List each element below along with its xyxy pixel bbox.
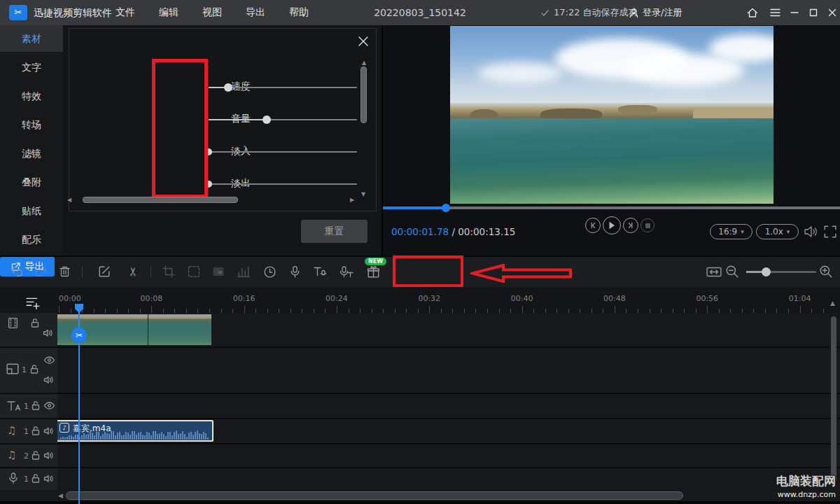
- mosaic-button[interactable]: [235, 263, 252, 280]
- login-button[interactable]: 登录/注册: [629, 0, 682, 25]
- timeline-horizontal-scrollbar[interactable]: [66, 491, 683, 500]
- activity-button[interactable]: [365, 263, 382, 280]
- menu-item-1[interactable]: 编辑: [147, 6, 190, 19]
- scrollbar-thumb[interactable]: [83, 197, 238, 203]
- redo-button[interactable]: [32, 263, 49, 280]
- panel-close-button[interactable]: [357, 35, 370, 48]
- menu-item-3[interactable]: 导出: [234, 6, 277, 19]
- timeline-scroll-up-arrow[interactable]: ▲: [830, 300, 835, 307]
- slider-track[interactable]: [209, 119, 357, 120]
- sidebar-item-1[interactable]: 文字: [0, 54, 63, 80]
- minimize-button[interactable]: [784, 0, 805, 25]
- gift-icon: [367, 265, 380, 279]
- panel-horizontal-scrollbar[interactable]: ◀ ▶: [73, 195, 357, 204]
- track-row-music-1[interactable]: ♪ 嘉宾.m4a ♫ 1: [0, 419, 840, 443]
- track-row-text[interactable]: 1: [0, 394, 840, 418]
- speed-dropdown[interactable]: 1.0x▾: [756, 224, 799, 239]
- timeline-zoom-slider[interactable]: [746, 271, 816, 273]
- slider-track[interactable]: [209, 87, 357, 88]
- prev-frame-button[interactable]: [585, 218, 601, 233]
- menu-item-0[interactable]: 文件: [104, 6, 147, 19]
- track-row-record[interactable]: 1: [0, 468, 840, 490]
- watermark: 电脑装配网 www.dnzp.com: [776, 473, 836, 499]
- main-menu-button[interactable]: [764, 0, 785, 25]
- split-button[interactable]: ✂: [125, 263, 141, 280]
- ruler-label: 00:16: [233, 294, 255, 303]
- track-row-music-2[interactable]: ♫ 2: [0, 444, 840, 467]
- ruler-label: 00:00: [59, 294, 81, 303]
- aspect-ratio-dropdown[interactable]: 16:9▾: [710, 224, 752, 239]
- waveform-bar: [167, 432, 169, 440]
- slider-track[interactable]: [209, 151, 357, 153]
- canvas-button[interactable]: [186, 263, 202, 280]
- waveform-bar: [163, 434, 164, 440]
- watermark-line1: 电脑装配网: [776, 473, 836, 489]
- next-frame-button[interactable]: [623, 218, 638, 233]
- scroll-down-arrow[interactable]: ▼: [361, 191, 365, 198]
- text-to-speech-button[interactable]: [312, 263, 328, 280]
- record-voice-button[interactable]: [286, 263, 303, 280]
- progress-handle[interactable]: [442, 204, 450, 212]
- prev-frame-icon: [589, 222, 596, 229]
- waveform-bar: [178, 434, 179, 440]
- waveform-bar: [165, 436, 167, 440]
- scroll-right-arrow[interactable]: ▶: [350, 197, 354, 204]
- panel-vertical-scrollbar[interactable]: ▲ ▼: [360, 59, 368, 198]
- fullscreen-button[interactable]: [823, 225, 837, 239]
- slider-track[interactable]: [209, 183, 357, 185]
- sidebar-item-2[interactable]: 特效: [0, 83, 63, 109]
- delete-button[interactable]: [56, 263, 73, 280]
- sidebar-item-7[interactable]: 配乐: [0, 226, 63, 253]
- slider-thumb[interactable]: [262, 115, 271, 124]
- sidebar-nav: 素材文字特效转场滤镜叠附贴纸配乐: [0, 25, 63, 255]
- sidebar-item-6[interactable]: 贴纸: [0, 197, 63, 224]
- sidebar-item-4[interactable]: 滤镜: [0, 140, 63, 167]
- zoom-slider-thumb[interactable]: [762, 267, 771, 276]
- ruler-label: 00:24: [326, 294, 348, 303]
- waveform-bar: [153, 431, 154, 440]
- waveform-bar: [64, 438, 66, 440]
- scrollbar-thumb[interactable]: [360, 66, 367, 123]
- play-button[interactable]: [603, 216, 621, 234]
- pip-button[interactable]: [210, 263, 227, 280]
- duration-button[interactable]: [261, 263, 278, 280]
- waveform-bar: [58, 439, 59, 440]
- voice-change-button[interactable]: [338, 263, 355, 280]
- undo-button[interactable]: [8, 263, 25, 280]
- slider-thumb[interactable]: [224, 83, 232, 92]
- close-button[interactable]: [822, 0, 840, 25]
- ruler-major-tick: [615, 306, 615, 313]
- sidebar-item-5[interactable]: 叠附: [0, 169, 63, 195]
- track-row-pip[interactable]: 1: [0, 348, 840, 393]
- edit-clip-button[interactable]: [96, 263, 113, 280]
- timeline-ruler[interactable]: 00:0000:0800:1600:2400:3200:4000:4800:56…: [0, 287, 840, 313]
- reset-button[interactable]: 重置: [301, 220, 368, 243]
- stop-button[interactable]: [640, 218, 654, 232]
- sidebar-item-0[interactable]: 素材: [0, 25, 63, 52]
- waveform-bar: [85, 435, 87, 440]
- preview-volume-button[interactable]: [802, 223, 819, 240]
- speaker-icon: [43, 474, 54, 483]
- maximize-button[interactable]: [803, 0, 824, 25]
- crop-button[interactable]: [160, 263, 177, 280]
- video-frame: [450, 26, 774, 204]
- cut-at-playhead-button[interactable]: ✂: [71, 328, 87, 343]
- music-track-icon: ♫: [7, 424, 16, 437]
- mosaic-icon: [237, 265, 250, 278]
- fit-timeline-button[interactable]: [706, 263, 722, 280]
- trash-icon: [59, 265, 71, 278]
- timeline-vertical-scrollbar[interactable]: [831, 316, 836, 482]
- zoom-in-button[interactable]: [818, 263, 834, 280]
- scroll-left-arrow[interactable]: ◀: [67, 197, 71, 204]
- preview-progress-bar[interactable]: [383, 206, 840, 209]
- track-row-video[interactable]: [0, 313, 840, 346]
- zoom-out-button[interactable]: [724, 263, 741, 280]
- add-track-button[interactable]: [25, 296, 41, 310]
- timeline-scroll-left-arrow[interactable]: ◀: [58, 492, 63, 499]
- menu-item-2[interactable]: 视图: [190, 6, 234, 19]
- track-header-text: 1: [0, 394, 57, 418]
- home-button[interactable]: [742, 0, 763, 25]
- scroll-up-arrow[interactable]: ▲: [360, 59, 368, 66]
- sidebar-item-3[interactable]: 转场: [0, 111, 63, 138]
- waveform-bar: [81, 435, 83, 440]
